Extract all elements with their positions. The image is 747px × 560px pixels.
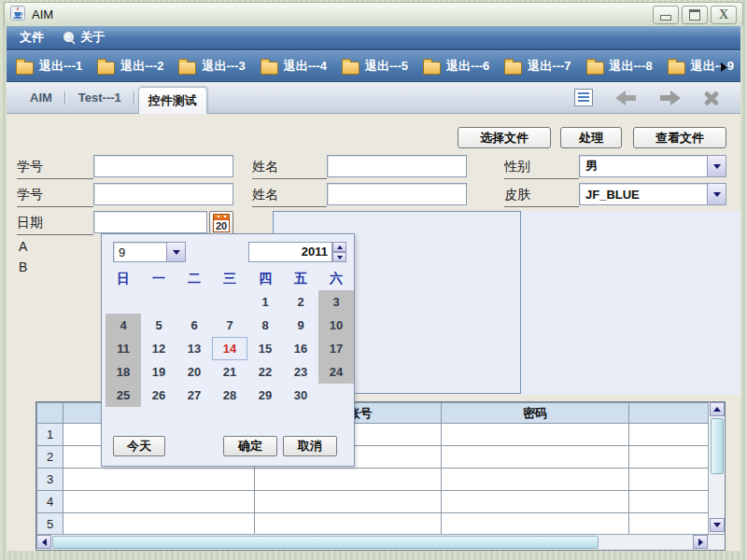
menu-about[interactable]: 关于 [63,29,105,46]
name2-input[interactable] [327,183,467,205]
toolbar-item-exit-3[interactable]: 退出---3 [178,58,245,75]
gender-combobox[interactable]: 男 [579,155,726,177]
toolbar-item-exit-2[interactable]: 退出---2 [97,58,163,75]
toolbar-item-exit-5[interactable]: 退出---5 [342,58,408,75]
toolbar-item-exit-1[interactable]: 退出---1 [16,58,82,75]
scroll-down-button[interactable] [710,518,725,532]
combo-arrow-button[interactable] [707,156,726,176]
nav-forward-icon[interactable] [658,91,683,105]
scroll-left-button[interactable] [36,535,51,549]
date-input[interactable] [93,211,207,233]
date-picker-button[interactable]: 20 [209,211,233,235]
table-cell[interactable] [442,424,629,446]
minimize-button[interactable] [653,6,679,24]
calendar-day-cell[interactable]: 26 [141,384,176,407]
calendar-day-cell[interactable]: 29 [247,384,283,407]
cancel-button[interactable]: 取消 [283,436,337,456]
calendar-day-cell[interactable]: 22 [247,360,283,384]
table-cell[interactable] [629,469,711,491]
ok-button[interactable]: 确定 [223,436,277,456]
table-cell[interactable] [442,446,629,469]
close-tab-icon[interactable] [703,90,720,106]
student-id-input[interactable] [93,155,233,177]
maximize-button[interactable] [682,6,708,24]
spinner-up-button[interactable] [332,242,346,252]
calendar-day-cell[interactable]: 9 [283,314,318,337]
scroll-up-button[interactable] [710,402,725,416]
calendar-day-cell[interactable]: 30 [283,384,318,407]
table-cell[interactable] [629,424,711,446]
menu-file[interactable]: 文件 [20,29,44,46]
calendar-day-cell[interactable]: 23 [283,360,318,384]
month-combobox[interactable]: 9 [113,242,186,262]
combo-arrow-button[interactable] [707,184,726,204]
calendar-day-cell[interactable]: 11 [106,337,141,360]
horizontal-scroll-thumb[interactable] [52,536,599,549]
toolbar-item-exit-8[interactable]: 退出---8 [586,58,653,75]
skin-combobox[interactable]: JF_BLUE [579,183,726,205]
calendar-day-cell[interactable]: 15 [247,337,283,360]
process-button[interactable]: 处理 [560,127,622,148]
select-file-button[interactable]: 选择文件 [458,127,551,148]
table-cell[interactable] [442,491,629,513]
table-cell[interactable] [63,491,255,513]
table-cell[interactable] [629,513,711,536]
spinner-down-button[interactable] [332,252,346,262]
student-id2-input[interactable] [93,183,233,205]
tab-list-icon[interactable] [574,89,593,106]
app-window: AIM X 文件 关于 退出---1 退出---2 退出---3 退出---4 … [0,0,747,560]
close-button[interactable]: X [711,6,737,24]
tab-test-1[interactable]: Test---1 [69,83,131,113]
calendar-day-cell[interactable]: 10 [318,314,354,337]
toolbar-overflow-icon[interactable] [721,63,727,72]
table-cell[interactable] [442,513,629,536]
calendar-day-cell[interactable]: 4 [106,314,141,337]
table-cell[interactable] [255,491,442,513]
calendar-day-cell[interactable]: 28 [212,384,247,407]
name-input[interactable] [327,155,467,177]
year-spinner-field[interactable]: 2011 [248,242,332,262]
calendar-selected-day[interactable]: 14 [212,337,247,360]
calendar-day-cell[interactable]: 7 [212,314,247,337]
calendar-day-cell[interactable]: 18 [106,360,141,384]
table-cell[interactable] [63,469,255,491]
calendar-day-cell[interactable]: 17 [318,337,354,360]
table-cell[interactable] [629,491,711,513]
calendar-day-cell[interactable]: 1 [247,290,283,314]
calendar-day-cell[interactable]: 20 [176,360,212,384]
calendar-day-cell[interactable]: 12 [141,337,176,360]
calendar-day-cell[interactable]: 21 [212,360,247,384]
calendar-day-cell[interactable]: 5 [141,314,176,337]
calendar-day-cell[interactable]: 6 [176,314,212,337]
horizontal-scrollbar[interactable] [36,534,725,550]
toolbar-item-exit-7[interactable]: 退出---7 [504,58,571,75]
calendar-day-cell[interactable]: 27 [176,384,212,407]
vertical-scrollbar[interactable] [708,402,725,534]
toolbar-item-exit-4[interactable]: 退出---4 [261,58,327,75]
combo-arrow-button[interactable] [166,243,185,261]
calendar-day-cell[interactable]: 19 [141,360,176,384]
scroll-right-button[interactable] [693,535,708,549]
table-col4-header[interactable] [629,403,711,424]
tab-aim[interactable]: AIM [21,83,62,113]
calendar-day-cell[interactable]: 16 [283,337,318,360]
table-cell[interactable] [63,513,255,536]
calendar-day-cell[interactable]: 8 [247,314,283,337]
gender-value: 男 [580,158,707,175]
table-cell[interactable] [442,469,629,491]
toolbar-item-exit-6[interactable]: 退出---6 [423,58,489,75]
vertical-scroll-thumb[interactable] [711,418,724,474]
calendar-day-cell[interactable]: 24 [318,360,354,384]
today-button[interactable]: 今天 [113,436,165,456]
calendar-day-cell[interactable]: 3 [318,290,354,314]
calendar-day-cell[interactable]: 2 [283,290,318,314]
table-col3-header[interactable]: 密码 [442,403,629,424]
calendar-day-cell[interactable]: 13 [176,337,212,360]
table-cell[interactable] [255,469,442,491]
tab-control-test[interactable]: 控件测试 [138,87,207,114]
nav-back-icon[interactable] [613,91,638,105]
table-cell[interactable] [629,446,711,469]
table-cell[interactable] [255,513,442,536]
calendar-day-cell[interactable]: 25 [106,384,141,407]
view-file-button[interactable]: 查看文件 [633,127,726,148]
